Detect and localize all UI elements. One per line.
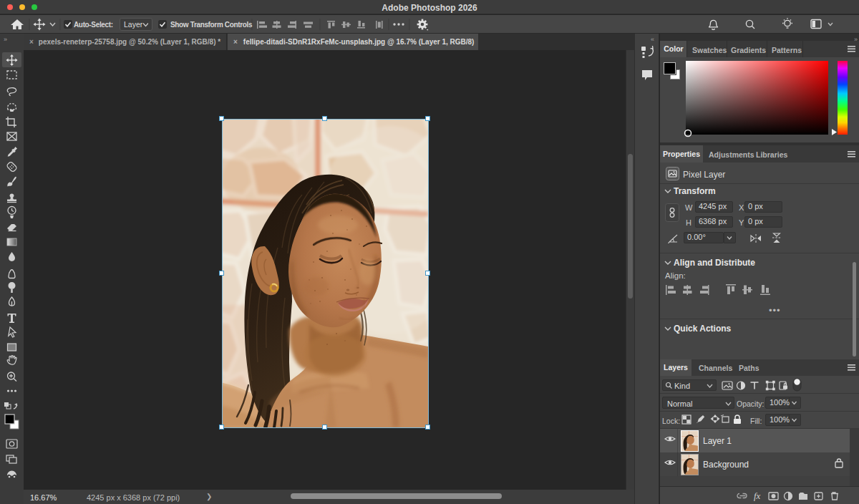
svg-text:fx: fx: [754, 490, 761, 501]
